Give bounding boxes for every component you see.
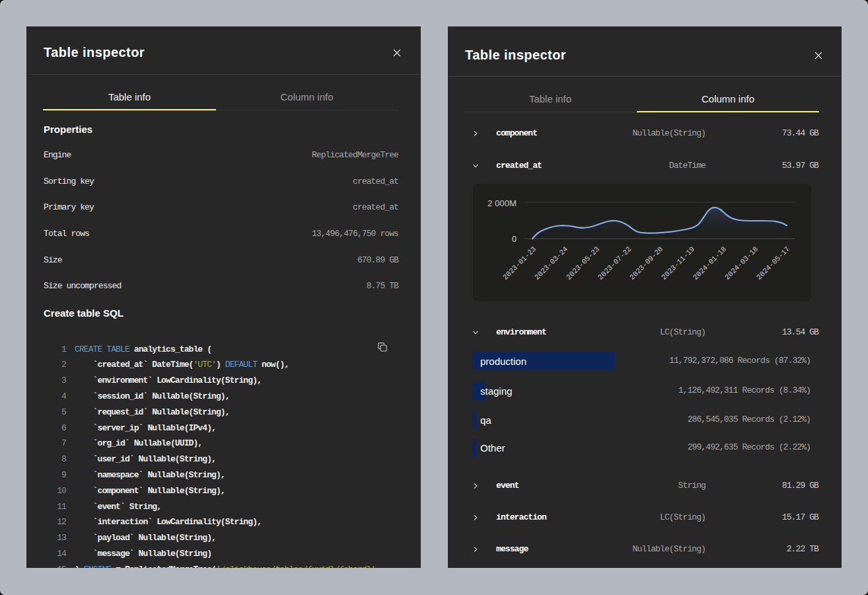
svg-text:2 000M: 2 000M (488, 198, 517, 208)
svg-text:0: 0 (512, 234, 517, 244)
